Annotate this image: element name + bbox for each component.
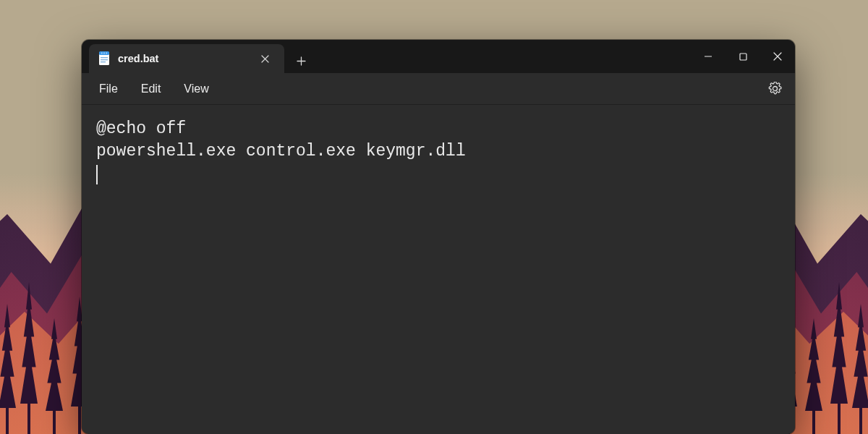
title-bar[interactable]: cred.bat: [82, 40, 795, 73]
close-window-button[interactable]: [760, 40, 795, 73]
menu-bar: File Edit View: [82, 73, 795, 105]
notepad-icon: [98, 51, 111, 67]
menu-edit[interactable]: Edit: [131, 77, 171, 101]
menu-file[interactable]: File: [89, 77, 128, 101]
svg-rect-4: [106, 52, 107, 54]
minimize-icon: [704, 52, 712, 61]
maximize-icon: [739, 53, 747, 61]
editor-content: @echo off powershell.exe control.exe key…: [96, 118, 780, 163]
svg-rect-3: [103, 52, 105, 54]
plus-icon: [297, 56, 306, 66]
settings-button[interactable]: [762, 76, 788, 102]
close-icon: [773, 52, 782, 61]
window-controls: [691, 40, 795, 73]
svg-rect-6: [101, 59, 108, 60]
svg-rect-5: [101, 57, 108, 58]
close-icon: [261, 55, 269, 63]
svg-rect-8: [740, 54, 746, 60]
text-editor[interactable]: @echo off powershell.exe control.exe key…: [82, 105, 795, 434]
notepad-window: cred.bat File Edit View: [82, 40, 795, 434]
tab-active[interactable]: cred.bat: [89, 44, 284, 73]
tab-strip: cred.bat: [82, 40, 691, 73]
tab-title: cred.bat: [118, 53, 248, 64]
maximize-button[interactable]: [726, 40, 760, 73]
gear-icon: [768, 82, 782, 95]
svg-rect-7: [101, 61, 106, 62]
svg-rect-2: [101, 52, 103, 54]
minimize-button[interactable]: [691, 40, 726, 73]
tab-close-button[interactable]: [255, 49, 274, 68]
new-tab-button[interactable]: [289, 48, 313, 73]
text-cursor: [96, 165, 98, 184]
menu-view[interactable]: View: [174, 77, 218, 101]
